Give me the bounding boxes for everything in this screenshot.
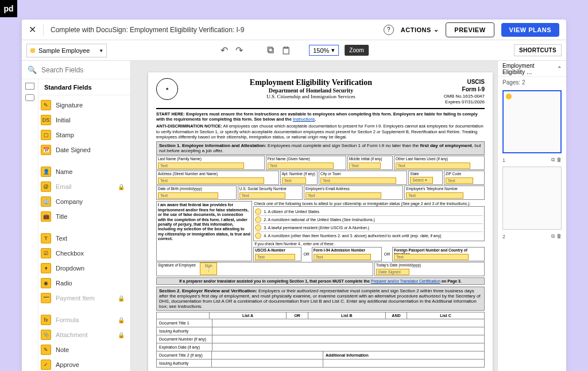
text-field[interactable]: Text — [158, 163, 244, 169]
form-title: Employment Eligibility Verification — [178, 78, 444, 87]
search-input[interactable] — [41, 66, 127, 74]
text-field[interactable]: Text — [394, 254, 469, 260]
field-company[interactable]: 🏢Company — [38, 194, 130, 209]
text-field[interactable]: Text — [239, 192, 285, 199]
text-field[interactable]: Text — [158, 177, 264, 184]
text-field[interactable]: Text — [446, 177, 473, 184]
chevron-down-icon: ▾ — [100, 48, 103, 53]
field-email: @Email🔒 — [38, 179, 130, 194]
document-page: ★ Employment Eligibility Verification De… — [148, 72, 493, 371]
radio-field[interactable] — [255, 225, 261, 231]
field-signature[interactable]: ✎Signature — [38, 98, 130, 113]
lock-icon: 🔒 — [118, 184, 125, 190]
dhs-seal-icon: ★ — [156, 78, 178, 100]
search-icon: 🔍 — [28, 65, 37, 74]
field-icon: 💳 — [41, 293, 51, 303]
field-stamp[interactable]: ▢Stamp — [38, 127, 130, 142]
field-approve[interactable]: ✓Approve — [38, 357, 130, 371]
field-icon: @ — [41, 181, 51, 192]
right-panel: Employment Eligibility … ⌃ Pages: 2 1⧉ 🗑… — [497, 61, 566, 371]
text-field[interactable]: Text — [314, 254, 371, 260]
page-thumbnail-1[interactable] — [502, 90, 562, 153]
field-icon: 📅 — [41, 145, 51, 155]
signature-field[interactable]: Sign↓ — [200, 262, 217, 275]
field-checkbox[interactable]: ☑Checkbox — [38, 246, 130, 261]
help-icon[interactable]: ? — [384, 25, 394, 35]
date-signed-field[interactable]: Date Signed — [376, 269, 409, 275]
lock-icon: 🔒 — [118, 295, 125, 302]
text-field[interactable]: Text — [396, 163, 470, 169]
copy-page-icon[interactable]: ⧉ — [551, 157, 555, 163]
field-initial[interactable]: DSInitial — [38, 113, 130, 127]
copy-icon[interactable] — [266, 46, 276, 55]
radio-field[interactable] — [255, 217, 261, 223]
paste-icon[interactable] — [281, 46, 291, 55]
instructions-link[interactable]: Instructions — [293, 117, 315, 122]
text-field[interactable]: Text — [158, 192, 218, 199]
divider — [43, 24, 44, 36]
field-dropdown[interactable]: ▾Dropdown — [38, 261, 130, 276]
page-title: Complete with DocuSign: Employment Eligi… — [51, 26, 377, 34]
preview-button[interactable]: PREVIEW — [446, 22, 494, 37]
undo-icon[interactable]: ↶ — [219, 46, 229, 55]
select-field[interactable]: Select ▾ — [410, 177, 433, 184]
text-field[interactable]: Text — [282, 177, 306, 184]
field-name[interactable]: 👤Name — [38, 164, 130, 179]
document-name: Employment Eligibility … — [502, 63, 557, 75]
form-meta: USCIS Form I-9 OMB No.1615-0047 Expires … — [444, 78, 485, 106]
field-icon: ◉ — [41, 278, 51, 288]
chevron-down-icon: ⌄ — [434, 26, 439, 33]
close-icon[interactable]: ✕ — [29, 24, 36, 35]
field-icon: ✎ — [41, 100, 51, 110]
radio-field[interactable] — [255, 208, 261, 215]
recipient-color-dot — [30, 48, 35, 53]
svg-rect-2 — [283, 48, 289, 54]
preparer-link[interactable]: Preparer and/or Translator Certification — [371, 279, 440, 283]
panel-tabs — [22, 79, 38, 371]
left-panel: 🔍 ✕ Standard Fields ✎SignatureDSInitial▢… — [22, 61, 131, 371]
zoom-select[interactable]: 150%▾ — [309, 45, 339, 56]
section1-bar: Section 1. Employee Information and Atte… — [156, 141, 485, 155]
page-thumbnail-2[interactable] — [502, 167, 562, 230]
delete-page-icon[interactable]: 🗑 — [556, 233, 562, 239]
search-row: 🔍 ✕ — [22, 61, 130, 79]
field-title[interactable]: 💼Title — [38, 209, 130, 224]
toolbar-center: ↶ ↷ 150%▾ Zoom — [219, 45, 369, 56]
section2-bar: Section 2. Employer Review and Verificat… — [156, 287, 485, 311]
field-note[interactable]: ✎Note — [38, 342, 130, 357]
delete-page-icon[interactable]: 🗑 — [556, 157, 562, 163]
field-formula: fxFormula🔒 — [38, 312, 130, 327]
tab-standard-fields-icon[interactable] — [25, 83, 34, 90]
field-icon: 👤 — [41, 167, 51, 177]
tab-custom-fields-icon[interactable] — [25, 94, 34, 101]
actions-button[interactable]: ACTIONS ⌄ — [401, 26, 439, 33]
page-number: 1 — [502, 157, 505, 163]
field-radio[interactable]: ◉Radio — [38, 276, 130, 291]
lock-icon: 🔒 — [118, 332, 125, 338]
field-attachment: 📎Attachment🔒 — [38, 327, 130, 342]
field-payment-item: 💳Payment Item🔒 — [38, 291, 130, 306]
redo-icon[interactable]: ↷ — [234, 46, 243, 55]
recipient-name: Sample Employee — [38, 47, 90, 54]
recipient-select[interactable]: Sample Employee ▾ — [26, 44, 107, 57]
field-icon: 💼 — [41, 211, 51, 222]
text-field[interactable]: Text — [349, 163, 381, 169]
shortcuts-button[interactable]: SHORTCUTS — [514, 44, 562, 56]
top-bar: ✕ Complete with DocuSign: Employment Eli… — [22, 20, 566, 40]
text-field[interactable]: Text — [268, 163, 334, 169]
copy-page-icon[interactable]: ⧉ — [551, 233, 555, 239]
canvas-area[interactable]: ★ Employment Eligibility Verification De… — [131, 61, 497, 371]
text-field[interactable]: Text — [406, 192, 463, 199]
toolbar: Sample Employee ▾ ↶ ↷ 150%▾ Zoom SHORTCU… — [22, 40, 566, 61]
field-icon: 📎 — [41, 330, 51, 340]
text-field[interactable]: Text — [255, 254, 295, 260]
chevron-up-icon[interactable]: ⌃ — [557, 65, 562, 72]
zoom-tooltip: Zoom — [345, 45, 369, 56]
field-icon: ☑ — [41, 248, 51, 258]
field-date-signed[interactable]: 📅Date Signed — [38, 142, 130, 157]
text-field[interactable]: Text — [305, 192, 381, 199]
view-plans-button[interactable]: VIEW PLANS — [501, 23, 559, 37]
radio-field[interactable] — [255, 233, 261, 239]
field-text[interactable]: TText — [38, 231, 130, 246]
text-field[interactable]: Text — [320, 177, 396, 184]
